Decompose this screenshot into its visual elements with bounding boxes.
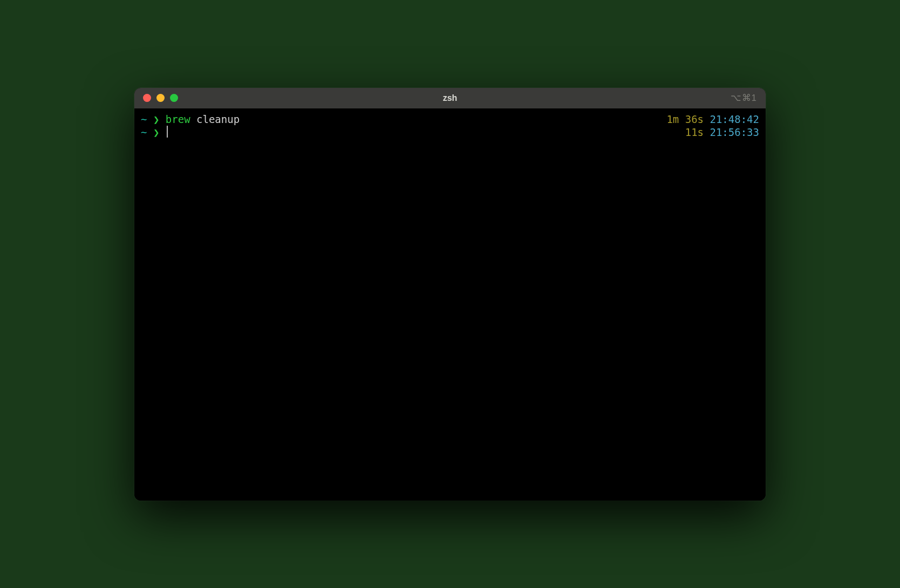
close-button[interactable] <box>143 94 151 102</box>
cursor <box>167 126 168 138</box>
prompt-cwd: ~ <box>141 113 147 126</box>
titlebar[interactable]: zsh ⌥⌘1 <box>134 88 766 108</box>
prompt-duration: 1m 36s <box>666 113 704 126</box>
traffic-lights <box>143 94 178 102</box>
prompt-time: 21:48:42 <box>710 113 759 126</box>
window-title: zsh <box>134 93 766 103</box>
titlebar-shortcut-indicator: ⌥⌘1 <box>731 92 757 104</box>
terminal-body[interactable]: ~ ❯ brew cleanup 1m 36s 21:48:42 ~ ❯ 11s <box>134 108 766 501</box>
prompt-time: 21:56:33 <box>710 126 759 139</box>
prompt-duration: 11s <box>685 126 704 139</box>
terminal-line: ~ ❯ brew cleanup 1m 36s 21:48:42 <box>141 113 759 126</box>
prompt-cwd: ~ <box>141 126 147 139</box>
minimize-button[interactable] <box>156 94 165 102</box>
command-rest: cleanup <box>190 113 240 126</box>
terminal-window: zsh ⌥⌘1 ~ ❯ brew cleanup 1m 36s 21:48:42… <box>134 88 766 501</box>
prompt-chevron: ❯ <box>153 113 159 126</box>
prompt-chevron: ❯ <box>153 126 159 139</box>
zoom-button[interactable] <box>170 94 178 102</box>
terminal-line: ~ ❯ 11s 21:56:33 <box>141 126 759 139</box>
command-head: brew <box>166 113 190 126</box>
